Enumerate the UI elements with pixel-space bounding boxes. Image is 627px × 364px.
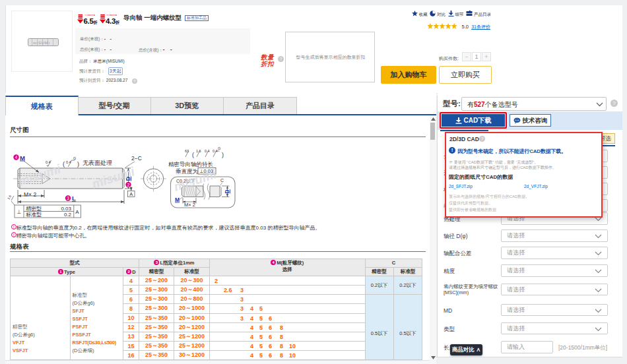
svg-text:0.4: 0.4 bbox=[66, 160, 71, 164]
svg-text:A: A bbox=[75, 209, 79, 215]
svg-text:D: D bbox=[224, 189, 230, 193]
svg-text:M× 2: M× 2 bbox=[24, 191, 36, 198]
svg-text:0.03: 0.03 bbox=[61, 206, 71, 212]
svg-text:0.4: 0.4 bbox=[205, 149, 210, 153]
svg-text:精密导向轴的特长: 精密导向轴的特长 bbox=[168, 161, 214, 167]
svg-text:(: ( bbox=[63, 161, 65, 167]
svg-text:0.4: 0.4 bbox=[46, 160, 51, 164]
svg-text:M: M bbox=[20, 154, 25, 162]
svg-text:精密型: 精密型 bbox=[26, 206, 42, 212]
svg-text:3: 3 bbox=[67, 196, 69, 200]
svg-text:G: G bbox=[73, 156, 76, 160]
svg-text:1.6: 1.6 bbox=[7, 194, 13, 200]
svg-text:G: G bbox=[218, 146, 220, 150]
svg-text:4: 4 bbox=[15, 155, 18, 160]
svg-text:M× 2: M× 2 bbox=[184, 202, 195, 208]
svg-text:1.6: 1.6 bbox=[196, 149, 201, 153]
svg-text:): ) bbox=[77, 161, 79, 167]
svg-text:标准型: 标准型 bbox=[26, 212, 42, 218]
svg-text:2−C: 2−C bbox=[131, 155, 142, 162]
svg-text:(: ( bbox=[192, 152, 194, 158]
svg-text:无表面处理: 无表面处理 bbox=[82, 160, 112, 166]
svg-text:): ) bbox=[222, 152, 224, 158]
svg-text:0.2: 0.2 bbox=[64, 212, 72, 218]
svg-text:⊥: ⊥ bbox=[17, 209, 22, 215]
svg-text:M: M bbox=[175, 197, 180, 203]
svg-text:A: A bbox=[129, 191, 133, 197]
svg-text:2: 2 bbox=[127, 183, 130, 187]
svg-text:L: L bbox=[72, 195, 76, 202]
svg-text:C: C bbox=[220, 178, 224, 183]
